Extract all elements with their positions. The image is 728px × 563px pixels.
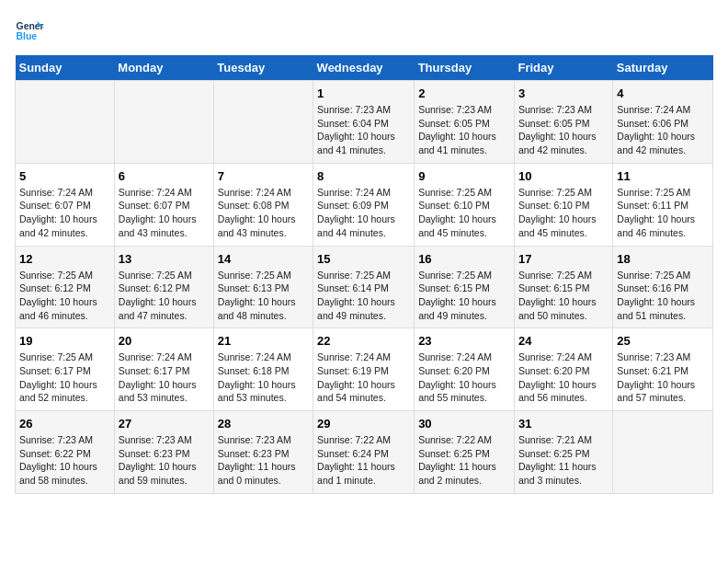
day-info: Sunrise: 7:24 AM Sunset: 6:06 PM Dayligh… xyxy=(617,103,709,157)
calendar-cell: 31Sunrise: 7:21 AM Sunset: 6:25 PM Dayli… xyxy=(514,411,612,494)
day-number: 13 xyxy=(119,252,210,266)
day-number: 30 xyxy=(418,417,510,431)
svg-text:General: General xyxy=(17,21,44,31)
day-info: Sunrise: 7:23 AM Sunset: 6:05 PM Dayligh… xyxy=(518,103,609,157)
calendar-cell: 15Sunrise: 7:25 AM Sunset: 6:14 PM Dayli… xyxy=(313,246,415,328)
day-number: 16 xyxy=(418,252,510,266)
day-info: Sunrise: 7:21 AM Sunset: 6:25 PM Dayligh… xyxy=(518,433,609,488)
column-header-wednesday: Wednesday xyxy=(313,55,415,81)
column-header-tuesday: Tuesday xyxy=(213,55,313,81)
calendar-cell xyxy=(16,81,115,164)
day-number: 5 xyxy=(19,169,110,183)
calendar-cell: 24Sunrise: 7:24 AM Sunset: 6:20 PM Dayli… xyxy=(514,328,612,411)
calendar-cell: 12Sunrise: 7:25 AM Sunset: 6:12 PM Dayli… xyxy=(16,246,115,328)
day-info: Sunrise: 7:25 AM Sunset: 6:15 PM Dayligh… xyxy=(518,269,609,323)
calendar-cell xyxy=(613,411,713,494)
column-header-saturday: Saturday xyxy=(613,55,713,81)
day-info: Sunrise: 7:23 AM Sunset: 6:05 PM Dayligh… xyxy=(418,103,510,157)
calendar-cell: 26Sunrise: 7:23 AM Sunset: 6:22 PM Dayli… xyxy=(16,411,115,494)
column-header-friday: Friday xyxy=(514,55,612,81)
calendar-cell: 20Sunrise: 7:24 AM Sunset: 6:17 PM Dayli… xyxy=(114,328,213,411)
day-info: Sunrise: 7:25 AM Sunset: 6:10 PM Dayligh… xyxy=(518,186,609,240)
day-number: 26 xyxy=(19,417,110,431)
calendar-cell: 11Sunrise: 7:25 AM Sunset: 6:11 PM Dayli… xyxy=(613,163,713,246)
week-row-3: 12Sunrise: 7:25 AM Sunset: 6:12 PM Dayli… xyxy=(16,246,713,328)
calendar-cell xyxy=(114,81,213,164)
calendar-cell: 28Sunrise: 7:23 AM Sunset: 6:23 PM Dayli… xyxy=(213,411,313,494)
day-info: Sunrise: 7:24 AM Sunset: 6:19 PM Dayligh… xyxy=(317,350,410,405)
day-info: Sunrise: 7:25 AM Sunset: 6:10 PM Dayligh… xyxy=(418,186,510,240)
day-info: Sunrise: 7:23 AM Sunset: 6:04 PM Dayligh… xyxy=(317,103,410,157)
day-number: 25 xyxy=(617,334,709,348)
day-info: Sunrise: 7:24 AM Sunset: 6:17 PM Dayligh… xyxy=(119,350,210,405)
day-number: 20 xyxy=(119,334,210,348)
calendar-cell: 22Sunrise: 7:24 AM Sunset: 6:19 PM Dayli… xyxy=(313,328,415,411)
calendar-cell: 29Sunrise: 7:22 AM Sunset: 6:24 PM Dayli… xyxy=(313,411,415,494)
week-row-2: 5Sunrise: 7:24 AM Sunset: 6:07 PM Daylig… xyxy=(16,163,713,246)
day-number: 29 xyxy=(317,417,410,431)
logo-icon: General Blue xyxy=(15,15,44,44)
day-number: 14 xyxy=(218,252,309,266)
calendar-cell: 9Sunrise: 7:25 AM Sunset: 6:10 PM Daylig… xyxy=(415,163,515,246)
day-number: 12 xyxy=(19,252,110,266)
week-row-5: 26Sunrise: 7:23 AM Sunset: 6:22 PM Dayli… xyxy=(16,411,713,494)
calendar-cell: 1Sunrise: 7:23 AM Sunset: 6:04 PM Daylig… xyxy=(313,81,415,164)
day-number: 3 xyxy=(518,86,609,100)
day-number: 21 xyxy=(218,334,309,348)
day-number: 19 xyxy=(19,334,110,348)
day-info: Sunrise: 7:25 AM Sunset: 6:13 PM Dayligh… xyxy=(218,269,309,323)
day-number: 15 xyxy=(317,252,410,266)
day-number: 4 xyxy=(617,86,709,100)
day-number: 18 xyxy=(617,252,709,266)
day-number: 23 xyxy=(418,334,510,348)
day-info: Sunrise: 7:24 AM Sunset: 6:07 PM Dayligh… xyxy=(19,186,110,240)
day-number: 2 xyxy=(418,86,510,100)
calendar-header-row: SundayMondayTuesdayWednesdayThursdayFrid… xyxy=(16,55,713,81)
calendar-cell: 14Sunrise: 7:25 AM Sunset: 6:13 PM Dayli… xyxy=(213,246,313,328)
day-number: 17 xyxy=(518,252,609,266)
calendar-cell: 30Sunrise: 7:22 AM Sunset: 6:25 PM Dayli… xyxy=(415,411,515,494)
day-number: 7 xyxy=(218,169,309,183)
calendar-cell: 2Sunrise: 7:23 AM Sunset: 6:05 PM Daylig… xyxy=(415,81,515,164)
day-number: 27 xyxy=(119,417,210,431)
svg-text:Blue: Blue xyxy=(17,31,38,41)
day-info: Sunrise: 7:24 AM Sunset: 6:20 PM Dayligh… xyxy=(418,350,510,405)
calendar-cell: 23Sunrise: 7:24 AM Sunset: 6:20 PM Dayli… xyxy=(415,328,515,411)
calendar-table: SundayMondayTuesdayWednesdayThursdayFrid… xyxy=(15,55,713,494)
day-number: 1 xyxy=(317,86,410,100)
calendar-cell: 4Sunrise: 7:24 AM Sunset: 6:06 PM Daylig… xyxy=(613,81,713,164)
day-info: Sunrise: 7:24 AM Sunset: 6:20 PM Dayligh… xyxy=(518,350,609,405)
day-info: Sunrise: 7:24 AM Sunset: 6:18 PM Dayligh… xyxy=(218,350,309,405)
day-info: Sunrise: 7:25 AM Sunset: 6:14 PM Dayligh… xyxy=(317,269,410,323)
day-info: Sunrise: 7:25 AM Sunset: 6:16 PM Dayligh… xyxy=(617,269,709,323)
day-number: 31 xyxy=(518,417,609,431)
calendar-cell: 27Sunrise: 7:23 AM Sunset: 6:23 PM Dayli… xyxy=(114,411,213,494)
logo: General Blue xyxy=(15,15,44,44)
day-info: Sunrise: 7:25 AM Sunset: 6:15 PM Dayligh… xyxy=(418,269,510,323)
day-info: Sunrise: 7:22 AM Sunset: 6:25 PM Dayligh… xyxy=(418,433,510,488)
day-info: Sunrise: 7:25 AM Sunset: 6:12 PM Dayligh… xyxy=(119,269,210,323)
column-header-monday: Monday xyxy=(114,55,213,81)
calendar-cell: 18Sunrise: 7:25 AM Sunset: 6:16 PM Dayli… xyxy=(613,246,713,328)
day-info: Sunrise: 7:23 AM Sunset: 6:23 PM Dayligh… xyxy=(119,433,210,488)
day-number: 11 xyxy=(617,169,709,183)
column-header-thursday: Thursday xyxy=(415,55,515,81)
calendar-cell: 21Sunrise: 7:24 AM Sunset: 6:18 PM Dayli… xyxy=(213,328,313,411)
day-number: 6 xyxy=(119,169,210,183)
day-info: Sunrise: 7:23 AM Sunset: 6:23 PM Dayligh… xyxy=(218,433,309,488)
day-number: 28 xyxy=(218,417,309,431)
calendar-cell xyxy=(213,81,313,164)
week-row-4: 19Sunrise: 7:25 AM Sunset: 6:17 PM Dayli… xyxy=(16,328,713,411)
calendar-cell: 13Sunrise: 7:25 AM Sunset: 6:12 PM Dayli… xyxy=(114,246,213,328)
day-info: Sunrise: 7:24 AM Sunset: 6:07 PM Dayligh… xyxy=(119,186,210,240)
calendar-cell: 17Sunrise: 7:25 AM Sunset: 6:15 PM Dayli… xyxy=(514,246,612,328)
calendar-cell: 8Sunrise: 7:24 AM Sunset: 6:09 PM Daylig… xyxy=(313,163,415,246)
day-info: Sunrise: 7:24 AM Sunset: 6:09 PM Dayligh… xyxy=(317,186,410,240)
day-info: Sunrise: 7:25 AM Sunset: 6:11 PM Dayligh… xyxy=(617,186,709,240)
day-info: Sunrise: 7:23 AM Sunset: 6:22 PM Dayligh… xyxy=(19,433,110,488)
calendar-cell: 6Sunrise: 7:24 AM Sunset: 6:07 PM Daylig… xyxy=(114,163,213,246)
calendar-cell: 25Sunrise: 7:23 AM Sunset: 6:21 PM Dayli… xyxy=(613,328,713,411)
day-number: 8 xyxy=(317,169,410,183)
calendar-cell: 19Sunrise: 7:25 AM Sunset: 6:17 PM Dayli… xyxy=(16,328,115,411)
page-header: General Blue xyxy=(15,15,713,44)
